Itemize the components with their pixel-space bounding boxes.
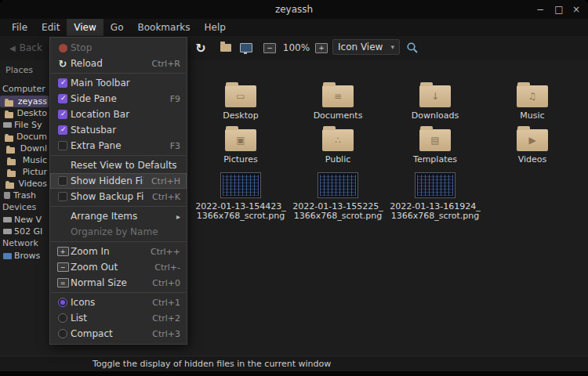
- sidebar-item-trash[interactable]: Trash: [0, 190, 49, 201]
- menu-item-reload[interactable]: ↻ReloadCtrl+R: [50, 56, 187, 71]
- menu-item-arrange-items[interactable]: Arrange Items▸: [50, 208, 187, 224]
- file-folder-public[interactable]: ∴Public: [292, 125, 383, 164]
- statusbar: Toggle the display of hidden files in th…: [0, 356, 588, 371]
- menu-item-show-hidden-files[interactable]: Show Hidden FilesCtrl+H: [50, 173, 187, 189]
- menubar-item-file[interactable]: File: [5, 19, 34, 36]
- menu-item-normal-size[interactable]: =Normal SizeCtrl+0: [50, 275, 187, 291]
- drive-icon: [3, 229, 12, 234]
- sidebar-item-deskto[interactable]: Deskto: [0, 107, 49, 119]
- sidebar-item-label: Downl: [20, 143, 47, 154]
- sidebar-item-label: zeyass: [18, 96, 47, 107]
- menu-item-reset-view-to-defaults[interactable]: Reset View to Defaults: [50, 157, 187, 173]
- file-folder-pictures[interactable]: ▣Pictures: [195, 125, 286, 164]
- sidebar-item-label: Music: [23, 155, 47, 165]
- menu-item-statusbar[interactable]: Statusbar: [50, 122, 187, 138]
- file-label: Templates: [390, 155, 481, 164]
- menubar-item-bookmarks[interactable]: Bookmarks: [130, 19, 197, 36]
- close-button[interactable]: ×: [569, 0, 583, 19]
- sidebar-item-file-sy[interactable]: File Sy: [0, 119, 49, 131]
- sidebar-item-502-gi[interactable]: 502 GI: [0, 226, 49, 237]
- menu-item-location-bar[interactable]: Location Bar: [50, 107, 187, 122]
- menu-shortcut: Ctrl+2: [152, 313, 180, 324]
- menu-shortcut: Ctrl+1: [152, 298, 180, 308]
- reload-button[interactable]: ↻: [193, 36, 209, 60]
- file-folder-desktop[interactable]: ▭Desktop: [195, 81, 286, 121]
- minimize-button[interactable]: −: [533, 0, 547, 19]
- menu-item-label: Stop: [71, 42, 180, 53]
- new-tab-button[interactable]: [218, 36, 234, 60]
- file-folder-downloads[interactable]: ↓Downloads: [390, 81, 481, 121]
- menu-item-label: Arrange Items: [71, 211, 169, 222]
- maximize-button[interactable]: □: [552, 0, 566, 19]
- menu-item-list[interactable]: ListCtrl+2: [50, 310, 187, 326]
- file-manager-window: zeyassh − □ × FileEditViewGoBookmarksHel…: [0, 0, 588, 376]
- menu-shortcut: Ctrl+H: [151, 176, 180, 186]
- sidebar-item-new-v[interactable]: New V: [0, 214, 49, 226]
- back-arrow-icon: ◀: [9, 44, 16, 52]
- back-button[interactable]: ◀ Back: [9, 36, 42, 60]
- menu-item-extra-pane[interactable]: Extra PaneF3: [50, 138, 187, 154]
- menubar-item-edit[interactable]: Edit: [34, 19, 67, 36]
- menu-separator: [51, 206, 186, 207]
- folder-icon: ♫: [517, 85, 548, 107]
- menu-gutter: [55, 44, 71, 52]
- menu-item-label: Normal Size: [71, 277, 144, 288]
- menubar-item-help[interactable]: Help: [198, 19, 233, 36]
- sidebar-item-zeyass[interactable]: zeyass: [0, 96, 49, 107]
- screenshot-thumbnail-icon: [318, 172, 358, 198]
- sidebar-item-videos[interactable]: Videos: [0, 178, 49, 190]
- sidebar: Places ComputerzeyassDesktoFile SyDocumD…: [0, 60, 49, 356]
- sidebar-item-downl[interactable]: Downl: [0, 143, 49, 154]
- folder-icon: [220, 44, 231, 52]
- desktop-button[interactable]: [238, 36, 254, 60]
- share-emblem-icon: ∴: [322, 129, 354, 151]
- menubar-item-view[interactable]: View: [67, 19, 103, 36]
- titlebar[interactable]: zeyassh − □ ×: [0, 0, 588, 19]
- file-image-2[interactable]: 2022-01-13-155225_ 1366x768_scrot.png: [292, 171, 383, 221]
- file-label: Documents: [292, 111, 383, 121]
- menu-item-icons[interactable]: IconsCtrl+1: [50, 295, 187, 310]
- menu-item-zoom-out[interactable]: −Zoom OutCtrl+-: [50, 259, 187, 275]
- search-button[interactable]: [406, 42, 419, 57]
- sidebar-item-label: Docum: [16, 132, 47, 142]
- file-label: Music: [487, 111, 578, 121]
- folder-icon: [5, 112, 13, 118]
- menu-shortcut: Ctrl+R: [152, 59, 180, 69]
- zoom-out-button[interactable]: −: [262, 36, 278, 60]
- menubar-item-go[interactable]: Go: [103, 19, 131, 36]
- file-image-1[interactable]: 2022-01-13-154423_ 1366x768_scrot.png: [195, 171, 286, 221]
- screenshot-thumbnail-icon: [415, 172, 456, 198]
- menu-item-zoom-in[interactable]: +Zoom InCtrl++: [50, 244, 187, 259]
- menu-gutter: −: [55, 262, 71, 272]
- file-label: 2022-01-13-161924_ 1366x768_scrot.png: [390, 202, 481, 221]
- checkbox-unchecked-icon: [58, 141, 67, 150]
- sidebar-item-music[interactable]: Music: [0, 154, 49, 166]
- sidebar-item-pictur[interactable]: Pictur: [0, 166, 49, 178]
- sidebar-item-docum[interactable]: Docum: [0, 131, 49, 143]
- menu-item-label: Organize by Name: [71, 226, 180, 237]
- file-folder-documents[interactable]: ≡Documents: [292, 81, 383, 121]
- places-header[interactable]: Places: [0, 60, 49, 83]
- menu-item-main-toolbar[interactable]: Main Toolbar: [50, 75, 187, 91]
- menu-shortcut: F9: [170, 94, 180, 104]
- sidebar-item-brows[interactable]: Brows: [0, 250, 49, 262]
- file-label: Public: [292, 155, 383, 164]
- document-emblem-icon: ≡: [322, 85, 354, 107]
- menu-item-side-pane[interactable]: Side PaneF9: [50, 91, 187, 107]
- window-title: zeyassh: [0, 0, 588, 19]
- menu-item-compact[interactable]: CompactCtrl+3: [50, 326, 187, 342]
- trash-icon: [4, 192, 10, 199]
- zoom-in-button[interactable]: +: [314, 36, 329, 60]
- chevron-down-icon: ▾: [390, 43, 394, 51]
- menu-item-show-backup-files[interactable]: Show Backup FilesCtrl+K: [50, 189, 187, 204]
- screenshot-thumbnail-icon: [220, 172, 261, 198]
- view-mode-dropdown[interactable]: Icon View ▾: [332, 39, 400, 55]
- folder-icon: [5, 136, 13, 142]
- sidebar-item-label: New V: [14, 215, 42, 225]
- file-folder-music[interactable]: ♫Music: [487, 81, 578, 121]
- menu-item-label: Statusbar: [71, 125, 180, 136]
- file-folder-templates[interactable]: ▤Templates: [390, 125, 481, 164]
- file-image-3[interactable]: 2022-01-13-161924_ 1366x768_scrot.png: [390, 171, 481, 221]
- file-folder-videos[interactable]: ▶Videos: [487, 125, 578, 164]
- menu-item-label: Show Hidden Files: [71, 175, 143, 186]
